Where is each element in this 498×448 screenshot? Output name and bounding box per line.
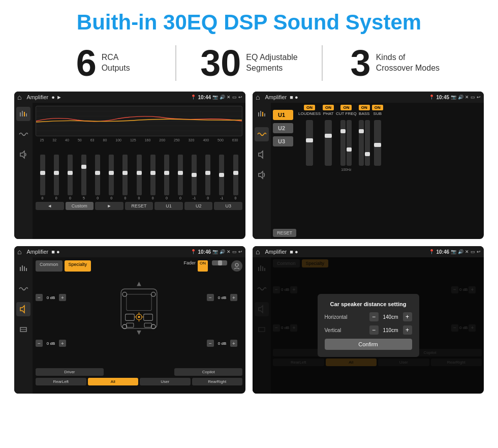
slider-track-6[interactable] <box>109 155 114 195</box>
next-button[interactable]: ► <box>95 202 123 210</box>
confirm-button[interactable]: Confirm <box>325 339 412 350</box>
eq-icon-2[interactable] <box>255 107 269 121</box>
time-4: 10:46 <box>436 249 449 255</box>
slider-track-4[interactable] <box>81 155 86 195</box>
slider-track-1[interactable] <box>40 155 45 195</box>
tab-common[interactable]: Common <box>36 260 63 272</box>
tab-specialty[interactable]: Specialty <box>65 260 91 272</box>
rr-plus[interactable]: + <box>230 340 237 347</box>
svg-marker-14 <box>259 151 263 158</box>
vol-row-rl: − 0 dB + <box>36 340 71 347</box>
rearright-btn[interactable]: RearRight <box>192 378 243 385</box>
reset-button-1[interactable]: RESET <box>125 202 153 210</box>
eq-icon-3[interactable] <box>16 261 30 276</box>
eq-freq-labels: 253240506380100125160200250320400500630 <box>36 138 242 142</box>
home-icon-4[interactable]: ⌂ <box>256 248 260 256</box>
fl-minus[interactable]: − <box>36 294 43 301</box>
u3-select-btn[interactable]: U3 <box>273 136 293 146</box>
svg-rect-17 <box>22 265 23 271</box>
slider-col-7: 0 <box>119 155 131 200</box>
slider-track-8[interactable] <box>137 155 142 195</box>
profile-icon[interactable] <box>231 260 242 272</box>
svg-rect-2 <box>24 112 25 116</box>
horizontal-plus[interactable]: + <box>403 312 412 321</box>
cross-controls-row: ON LOUDNESS ON PHAT <box>298 105 482 237</box>
reset-btn-2[interactable]: RESET <box>273 229 296 237</box>
fader-slider-mini[interactable] <box>212 260 227 265</box>
slider-track-14[interactable] <box>219 155 224 195</box>
vol-icon-2[interactable] <box>255 168 269 182</box>
slider-track-5[interactable] <box>95 155 100 195</box>
slider-col-12: -1 <box>189 155 200 200</box>
user-btn[interactable]: User <box>140 378 191 385</box>
home-icon-3[interactable]: ⌂ <box>17 248 21 256</box>
prev-button[interactable]: ◄ <box>36 202 64 210</box>
window-icon-1: ▭ <box>232 95 237 100</box>
screen2-body: U1 U2 U3 RESET ON LOUDNESS <box>253 103 484 239</box>
slider-col-11: 0 <box>174 155 186 200</box>
x-icon-3: ✕ <box>227 249 231 254</box>
slider-col-5: 0 <box>92 155 104 200</box>
slider-track-12[interactable] <box>192 155 197 195</box>
slider-track-13[interactable] <box>205 155 210 195</box>
back-icon-3[interactable]: ↩ <box>238 249 242 254</box>
svg-marker-40 <box>137 282 141 286</box>
u1-button[interactable]: U1 <box>154 202 183 210</box>
stat-item-rca: 6 RCAOutputs <box>30 45 175 81</box>
slider-track-9[interactable] <box>150 155 155 195</box>
horizontal-minus[interactable]: − <box>369 312 379 321</box>
stat-number-6: 6 <box>76 45 97 81</box>
rearleft-btn[interactable]: RearLeft <box>36 378 86 385</box>
copilot-btn[interactable]: Copilot <box>174 368 242 376</box>
sb-icons-4: 📍 10:46 📷 🔊 ✕ ▭ ↩ <box>429 249 481 255</box>
vertical-plus[interactable]: + <box>403 325 412 335</box>
speaker-icon-2[interactable] <box>255 147 269 162</box>
wave-icon-2[interactable] <box>255 127 269 141</box>
rl-plus[interactable]: + <box>59 340 66 347</box>
fr-minus[interactable]: − <box>207 294 214 301</box>
vol-icon-3[interactable] <box>16 322 30 337</box>
svg-point-31 <box>138 316 140 318</box>
svg-rect-0 <box>20 112 21 116</box>
slider-track-2[interactable] <box>54 155 59 195</box>
svg-rect-1 <box>22 111 23 116</box>
eq-bottom-bar: ◄ Custom ► RESET U1 U2 U3 <box>36 202 242 210</box>
rl-minus[interactable]: − <box>36 340 43 347</box>
wave-icon-3[interactable] <box>16 282 30 296</box>
home-icon-2[interactable]: ⌂ <box>256 93 260 101</box>
u1-select-btn[interactable]: U1 <box>273 110 293 120</box>
home-icon-1[interactable]: ⌂ <box>17 93 21 101</box>
right-vol-col: − 0 dB + − 0 dB + <box>207 275 242 366</box>
back-icon-1[interactable]: ↩ <box>238 95 242 100</box>
speaker-icon-3[interactable] <box>16 302 30 316</box>
u2-select-btn[interactable]: U2 <box>273 123 293 133</box>
wave-icon[interactable] <box>16 127 30 141</box>
slider-col-2: 0 <box>50 155 62 200</box>
slider-track-10[interactable] <box>164 155 169 195</box>
slider-track-3[interactable] <box>68 155 73 195</box>
screen-dialog: ⌂ Amplifier ■ ● 📍 10:46 📷 🔊 ✕ ▭ ↩ <box>253 246 484 394</box>
x-icon-2: ✕ <box>465 95 469 100</box>
back-icon-2[interactable]: ↩ <box>477 95 481 100</box>
slider-track-7[interactable] <box>122 155 128 195</box>
driver-btn[interactable]: Driver <box>36 368 104 376</box>
side-icons-3 <box>14 257 33 394</box>
x-icon-1: ✕ <box>227 95 231 100</box>
all-btn[interactable]: All <box>88 378 139 385</box>
u2-button[interactable]: U2 <box>184 202 213 210</box>
fr-plus[interactable]: + <box>230 294 237 301</box>
u-buttons-col: U1 U2 U3 RESET <box>273 105 296 237</box>
speaker-icon-1[interactable] <box>16 147 30 162</box>
fl-plus[interactable]: + <box>59 294 66 301</box>
car-diagram <box>73 275 205 336</box>
slider-col-1: 0 <box>37 155 48 200</box>
slider-track-15[interactable] <box>233 155 238 195</box>
eq-icon[interactable] <box>16 107 30 121</box>
vertical-label: Vertical <box>325 327 341 333</box>
slider-track-11[interactable] <box>178 155 183 195</box>
u3-button[interactable]: U3 <box>214 202 242 210</box>
rr-minus[interactable]: − <box>207 340 214 347</box>
back-icon-4[interactable]: ↩ <box>477 249 481 254</box>
bass-ctrl: ON BASS <box>359 105 370 237</box>
vertical-minus[interactable]: − <box>369 325 379 335</box>
